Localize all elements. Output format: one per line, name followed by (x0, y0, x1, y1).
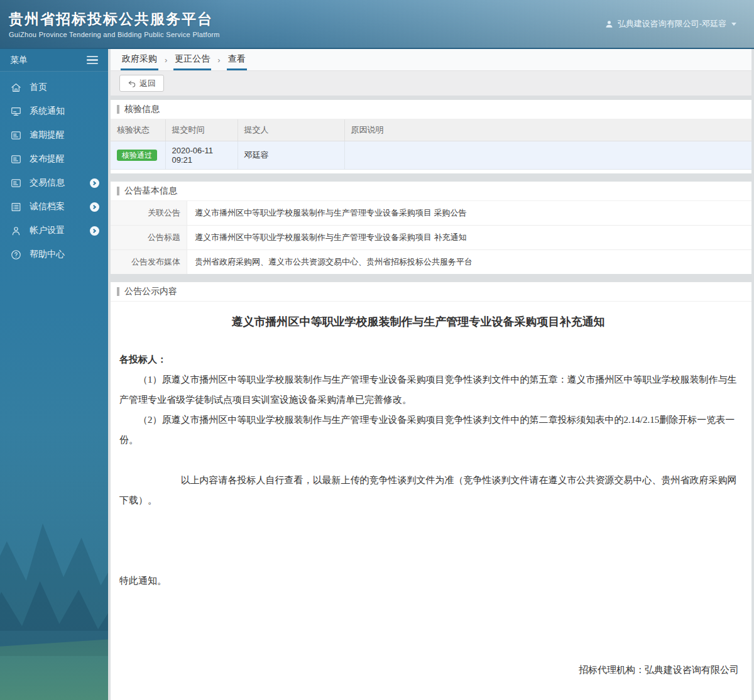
notice-paragraph-3: 以上内容请各投标人自行查看，以最新上传的竞争性谈判文件为准（竞争性谈判文件请在遵… (119, 470, 739, 510)
main-content: 政府采购 › 更正公告 › 查看 返回 核验信息 核验状态 提交时间 提交人 原… (108, 49, 754, 700)
field-value: 遵义市播州区中等职业学校服装制作与生产管理专业设备采购项目 补充通知 (187, 226, 751, 249)
sidebar-item-publish-reminder[interactable]: 发布提醒 (0, 147, 108, 171)
user-name: 弘典建设咨询有限公司-邓廷容 (618, 18, 726, 30)
section-marker (117, 105, 119, 114)
section-title: 核验信息 (124, 104, 160, 115)
announcement-info-section: 公告基本信息 关联公告 遵义市播州区中等职业学校服装制作与生产管理专业设备采购项… (111, 182, 751, 274)
user-icon (10, 225, 22, 237)
reason-cell (344, 141, 751, 170)
notice-content-header: 公告公示内容 (111, 282, 751, 302)
sidebar-item-label: 发布提醒 (30, 153, 99, 165)
chevron-right-icon (90, 226, 99, 236)
sidebar-menu-header: 菜单 (0, 49, 108, 72)
submitter-cell: 邓廷容 (238, 141, 344, 170)
chevron-right-icon (90, 202, 99, 212)
document-lines-icon (10, 153, 22, 165)
verification-section-header: 核验信息 (111, 100, 751, 119)
submit-time-cell: 2020-06-11 09:21 (165, 141, 238, 170)
section-marker (117, 187, 119, 195)
sidebar-item-home[interactable]: 首页 (0, 75, 108, 99)
sidebar-item-label: 帮助中心 (30, 249, 99, 260)
sidebar-item-overdue-reminder[interactable]: 逾期提醒 (0, 123, 108, 147)
sidebar-item-trade-info[interactable]: 交易信息 (0, 171, 108, 195)
field-row-related-announcement: 关联公告 遵义市播州区中等职业学校服装制作与生产管理专业设备采购项目 采购公告 (111, 201, 751, 226)
notice-date: 2020年06月11日 (119, 694, 739, 700)
menu-toggle-icon[interactable] (87, 53, 98, 67)
breadcrumb-separator: › (165, 55, 167, 70)
notice-salutation: 各投标人： (119, 349, 739, 369)
field-label: 关联公告 (111, 201, 187, 225)
notice-closing: 特此通知。 (119, 571, 739, 591)
app-title: 贵州省招标投标公共服务平台 (9, 9, 220, 29)
sidebar-item-label: 诚信档案 (30, 201, 82, 212)
home-icon (10, 82, 22, 94)
field-row-announcement-title: 公告标题 遵义市播州区中等职业学校服装制作与生产管理专业设备采购项目 补充通知 (111, 226, 751, 250)
column-header-reason: 原因说明 (344, 119, 751, 141)
field-label: 公告标题 (111, 226, 187, 249)
document-lines-icon (10, 177, 22, 189)
section-title: 公告基本信息 (124, 185, 177, 197)
back-icon (128, 79, 136, 88)
sidebar-item-system-notice[interactable]: 系统通知 (0, 99, 108, 123)
sidebar-item-credit-archive[interactable]: 诚信档案 (0, 195, 108, 219)
verification-table: 核验状态 提交时间 提交人 原因说明 核验通过 2020-06-11 09:21… (111, 119, 751, 170)
app-header: 贵州省招标投标公共服务平台 GuiZhou Province Tendering… (0, 0, 754, 49)
column-header-submit-time: 提交时间 (165, 119, 238, 141)
breadcrumb-separator: › (217, 55, 220, 70)
chevron-right-icon (90, 178, 99, 188)
notice-paragraph-1: （1）原遵义市播州区中等职业学校服装制作与生产管理专业设备采购项目竞争性谈判文件… (119, 369, 739, 410)
breadcrumb-item-view[interactable]: 查看 (227, 48, 247, 70)
list-icon (10, 201, 22, 213)
help-icon (10, 249, 22, 261)
status-cell: 核验通过 (111, 141, 165, 170)
sidebar-item-help-center[interactable]: 帮助中心 (0, 243, 108, 266)
field-row-publish-media: 公告发布媒体 贵州省政府采购网、遵义市公共资源交易中心、贵州省招标投标公共服务平… (111, 250, 751, 274)
sidebar-nav: 首页 系统通知 逾期提醒 发布提醒 交易信息 (0, 72, 108, 266)
menu-label: 菜单 (10, 55, 28, 66)
brand: 贵州省招标投标公共服务平台 GuiZhou Province Tendering… (9, 9, 220, 38)
table-row: 核验通过 2020-06-11 09:21 邓廷容 (111, 141, 751, 170)
field-value: 贵州省政府采购网、遵义市公共资源交易中心、贵州省招标投标公共服务平台 (187, 250, 751, 274)
verification-section: 核验信息 核验状态 提交时间 提交人 原因说明 核验通过 2020-06-11 … (111, 100, 751, 173)
notice-title: 遵义市播州区中等职业学校服装制作与生产管理专业设备采购项目补充通知 (119, 312, 717, 332)
column-header-submitter: 提交人 (238, 119, 344, 141)
notice-content-section: 公告公示内容 遵义市播州区中等职业学校服装制作与生产管理专业设备采购项目补充通知… (111, 282, 751, 700)
app-subtitle: GuiZhou Province Tendering and Bidding P… (9, 31, 220, 38)
sidebar-item-label: 帐户设置 (30, 225, 82, 236)
notice-body: 遵义市播州区中等职业学校服装制作与生产管理专业设备采购项目补充通知 各投标人： … (111, 302, 751, 700)
field-label: 公告发布媒体 (111, 250, 187, 274)
sidebar-item-label: 逾期提醒 (30, 129, 99, 141)
breadcrumb-item-gov-procurement[interactable]: 政府采购 (121, 48, 158, 70)
status-badge: 核验通过 (117, 150, 157, 161)
sidebar-item-label: 交易信息 (30, 177, 82, 189)
document-lines-icon (10, 129, 22, 141)
sidebar-item-label: 系统通知 (30, 106, 99, 117)
user-menu[interactable]: 弘典建设咨询有限公司-邓廷容 (604, 18, 736, 30)
sidebar-item-account-settings[interactable]: 帐户设置 (0, 219, 108, 243)
announcement-info-header: 公告基本信息 (111, 182, 751, 201)
breadcrumb-item-correction-notice[interactable]: 更正公告 (173, 48, 211, 70)
notice-paragraph-2: （2）原遵义市播州区中等职业学校服装制作与生产管理专业设备采购项目竞争性谈判文件… (119, 410, 739, 450)
breadcrumb: 政府采购 › 更正公告 › 查看 (111, 49, 751, 71)
toolbar: 返回 (111, 71, 751, 96)
back-button[interactable]: 返回 (119, 75, 164, 92)
sidebar-scenery-image (0, 430, 108, 700)
monitor-icon (10, 106, 22, 118)
field-value: 遵义市播州区中等职业学校服装制作与生产管理专业设备采购项目 采购公告 (187, 201, 751, 225)
user-avatar-icon (604, 19, 614, 29)
sidebar: 菜单 首页 系统通知 逾期提醒 发布提醒 (0, 49, 108, 700)
section-marker (117, 287, 119, 296)
sidebar-item-label: 首页 (30, 82, 99, 93)
column-header-status: 核验状态 (111, 119, 165, 141)
notice-agency: 招标代理机构：弘典建设咨询有限公司 (119, 660, 739, 680)
section-title: 公告公示内容 (124, 286, 177, 297)
caret-down-icon (731, 23, 736, 26)
